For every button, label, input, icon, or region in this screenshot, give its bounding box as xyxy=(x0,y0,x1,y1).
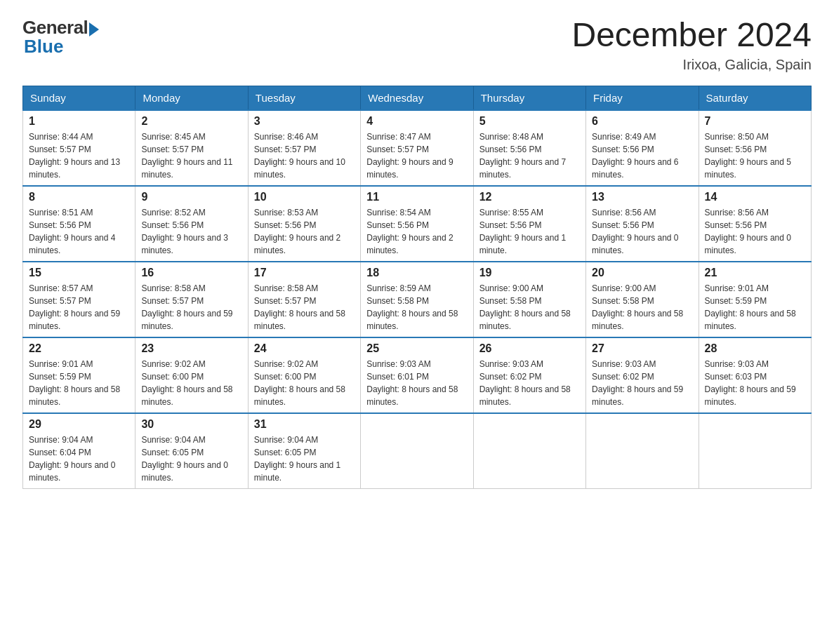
day-number: 19 xyxy=(479,267,580,279)
day-number: 14 xyxy=(705,191,805,203)
day-info: Sunrise: 8:54 AMSunset: 5:56 PMDaylight:… xyxy=(366,206,467,257)
calendar-cell: 30Sunrise: 9:04 AMSunset: 6:05 PMDayligh… xyxy=(135,413,248,489)
calendar-cell: 31Sunrise: 9:04 AMSunset: 6:05 PMDayligh… xyxy=(248,413,360,489)
day-number: 11 xyxy=(366,191,467,203)
calendar-cell: 10Sunrise: 8:53 AMSunset: 5:56 PMDayligh… xyxy=(248,186,360,262)
calendar-cell: 8Sunrise: 8:51 AMSunset: 5:56 PMDaylight… xyxy=(23,186,135,262)
day-info: Sunrise: 8:44 AMSunset: 5:57 PMDaylight:… xyxy=(29,130,129,181)
calendar-cell xyxy=(361,413,473,489)
header-tuesday: Tuesday xyxy=(248,86,360,110)
calendar-cell: 29Sunrise: 9:04 AMSunset: 6:04 PMDayligh… xyxy=(23,413,135,489)
day-info: Sunrise: 9:03 AMSunset: 6:02 PMDaylight:… xyxy=(592,358,692,408)
calendar-body: 1Sunrise: 8:44 AMSunset: 5:57 PMDaylight… xyxy=(23,110,812,489)
calendar-cell: 17Sunrise: 8:58 AMSunset: 5:57 PMDayligh… xyxy=(248,262,360,337)
logo-arrow-icon xyxy=(89,22,99,36)
day-number: 30 xyxy=(141,418,241,431)
calendar-header: SundayMondayTuesdayWednesdayThursdayFrid… xyxy=(23,86,812,110)
week-row-3: 15Sunrise: 8:57 AMSunset: 5:57 PMDayligh… xyxy=(23,262,812,337)
day-number: 6 xyxy=(592,115,692,128)
day-info: Sunrise: 8:49 AMSunset: 5:56 PMDaylight:… xyxy=(592,130,692,181)
day-info: Sunrise: 8:50 AMSunset: 5:56 PMDaylight:… xyxy=(705,130,805,181)
day-info: Sunrise: 9:01 AMSunset: 5:59 PMDaylight:… xyxy=(705,282,805,333)
calendar-cell: 22Sunrise: 9:01 AMSunset: 5:59 PMDayligh… xyxy=(23,337,135,413)
calendar-cell: 12Sunrise: 8:55 AMSunset: 5:56 PMDayligh… xyxy=(473,186,585,262)
title-block: December 2024 Irixoa, Galicia, Spain xyxy=(571,17,812,73)
calendar-cell: 15Sunrise: 8:57 AMSunset: 5:57 PMDayligh… xyxy=(23,262,135,337)
day-number: 29 xyxy=(29,418,129,431)
calendar-cell: 27Sunrise: 9:03 AMSunset: 6:02 PMDayligh… xyxy=(586,337,699,413)
day-info: Sunrise: 8:56 AMSunset: 5:56 PMDaylight:… xyxy=(592,206,692,257)
day-info: Sunrise: 9:01 AMSunset: 5:59 PMDaylight:… xyxy=(29,358,129,408)
header-row: SundayMondayTuesdayWednesdayThursdayFrid… xyxy=(23,86,812,110)
calendar-cell: 4Sunrise: 8:47 AMSunset: 5:57 PMDaylight… xyxy=(361,110,473,186)
calendar-table: SundayMondayTuesdayWednesdayThursdayFrid… xyxy=(22,86,812,489)
header-thursday: Thursday xyxy=(473,86,585,110)
calendar-cell: 25Sunrise: 9:03 AMSunset: 6:01 PMDayligh… xyxy=(361,337,473,413)
logo: General Blue xyxy=(22,17,99,58)
calendar-cell: 13Sunrise: 8:56 AMSunset: 5:56 PMDayligh… xyxy=(586,186,699,262)
calendar-cell: 16Sunrise: 8:58 AMSunset: 5:57 PMDayligh… xyxy=(135,262,248,337)
day-info: Sunrise: 8:47 AMSunset: 5:57 PMDaylight:… xyxy=(366,130,467,181)
day-number: 8 xyxy=(29,191,129,203)
day-info: Sunrise: 9:00 AMSunset: 5:58 PMDaylight:… xyxy=(592,282,692,333)
week-row-5: 29Sunrise: 9:04 AMSunset: 6:04 PMDayligh… xyxy=(23,413,812,489)
day-info: Sunrise: 9:03 AMSunset: 6:03 PMDaylight:… xyxy=(705,358,805,408)
logo-blue-text: Blue xyxy=(22,36,63,58)
day-number: 7 xyxy=(705,115,805,128)
day-number: 16 xyxy=(141,267,241,279)
calendar-cell: 18Sunrise: 8:59 AMSunset: 5:58 PMDayligh… xyxy=(361,262,473,337)
calendar-cell: 1Sunrise: 8:44 AMSunset: 5:57 PMDaylight… xyxy=(23,110,135,186)
header-saturday: Saturday xyxy=(699,86,811,110)
day-info: Sunrise: 8:58 AMSunset: 5:57 PMDaylight:… xyxy=(254,282,355,333)
calendar-cell: 2Sunrise: 8:45 AMSunset: 5:57 PMDaylight… xyxy=(135,110,248,186)
week-row-1: 1Sunrise: 8:44 AMSunset: 5:57 PMDaylight… xyxy=(23,110,812,186)
day-info: Sunrise: 9:04 AMSunset: 6:05 PMDaylight:… xyxy=(141,434,241,484)
week-row-4: 22Sunrise: 9:01 AMSunset: 5:59 PMDayligh… xyxy=(23,337,812,413)
day-number: 24 xyxy=(254,342,355,355)
header-monday: Monday xyxy=(135,86,248,110)
day-number: 12 xyxy=(479,191,580,203)
calendar-cell: 9Sunrise: 8:52 AMSunset: 5:56 PMDaylight… xyxy=(135,186,248,262)
day-number: 20 xyxy=(592,267,692,279)
day-info: Sunrise: 8:59 AMSunset: 5:58 PMDaylight:… xyxy=(366,282,467,333)
day-info: Sunrise: 9:00 AMSunset: 5:58 PMDaylight:… xyxy=(479,282,580,333)
week-row-2: 8Sunrise: 8:51 AMSunset: 5:56 PMDaylight… xyxy=(23,186,812,262)
day-number: 17 xyxy=(254,267,355,279)
day-number: 9 xyxy=(141,191,241,203)
calendar-cell: 6Sunrise: 8:49 AMSunset: 5:56 PMDaylight… xyxy=(586,110,699,186)
day-info: Sunrise: 9:03 AMSunset: 6:02 PMDaylight:… xyxy=(479,358,580,408)
page-header: General Blue December 2024 Irixoa, Galic… xyxy=(22,17,812,73)
calendar-cell xyxy=(473,413,585,489)
day-info: Sunrise: 8:52 AMSunset: 5:56 PMDaylight:… xyxy=(141,206,241,257)
calendar-cell: 3Sunrise: 8:46 AMSunset: 5:57 PMDaylight… xyxy=(248,110,360,186)
day-number: 2 xyxy=(141,115,241,128)
header-friday: Friday xyxy=(586,86,699,110)
day-info: Sunrise: 8:48 AMSunset: 5:56 PMDaylight:… xyxy=(479,130,580,181)
calendar-cell xyxy=(699,413,811,489)
day-info: Sunrise: 8:55 AMSunset: 5:56 PMDaylight:… xyxy=(479,206,580,257)
day-info: Sunrise: 9:04 AMSunset: 6:05 PMDaylight:… xyxy=(254,434,355,484)
day-number: 5 xyxy=(479,115,580,128)
day-number: 22 xyxy=(29,342,129,355)
day-number: 10 xyxy=(254,191,355,203)
main-title: December 2024 xyxy=(571,17,812,54)
calendar-cell: 5Sunrise: 8:48 AMSunset: 5:56 PMDaylight… xyxy=(473,110,585,186)
calendar-cell: 11Sunrise: 8:54 AMSunset: 5:56 PMDayligh… xyxy=(361,186,473,262)
day-info: Sunrise: 8:57 AMSunset: 5:57 PMDaylight:… xyxy=(29,282,129,333)
header-wednesday: Wednesday xyxy=(361,86,473,110)
day-number: 13 xyxy=(592,191,692,203)
day-info: Sunrise: 9:02 AMSunset: 6:00 PMDaylight:… xyxy=(254,358,355,408)
day-number: 18 xyxy=(366,267,467,279)
day-info: Sunrise: 8:56 AMSunset: 5:56 PMDaylight:… xyxy=(705,206,805,257)
day-number: 28 xyxy=(705,342,805,355)
day-number: 3 xyxy=(254,115,355,128)
day-number: 23 xyxy=(141,342,241,355)
calendar-cell: 23Sunrise: 9:02 AMSunset: 6:00 PMDayligh… xyxy=(135,337,248,413)
calendar-cell: 7Sunrise: 8:50 AMSunset: 5:56 PMDaylight… xyxy=(699,110,811,186)
day-info: Sunrise: 8:51 AMSunset: 5:56 PMDaylight:… xyxy=(29,206,129,257)
day-number: 4 xyxy=(366,115,467,128)
header-sunday: Sunday xyxy=(23,86,135,110)
calendar-cell: 19Sunrise: 9:00 AMSunset: 5:58 PMDayligh… xyxy=(473,262,585,337)
calendar-cell xyxy=(586,413,699,489)
day-number: 1 xyxy=(29,115,129,128)
